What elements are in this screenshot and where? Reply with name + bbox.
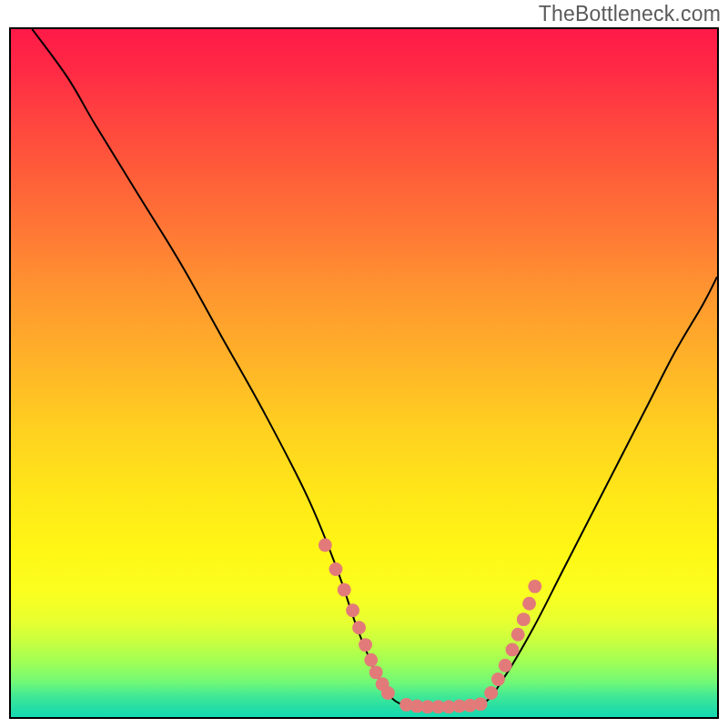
line-layer — [32, 29, 717, 707]
data-point — [517, 612, 531, 626]
chart-container: TheBottleneck.com — [0, 0, 728, 728]
data-point — [491, 672, 505, 686]
data-point — [511, 628, 525, 642]
data-point — [329, 562, 342, 576]
plot-area — [9, 27, 719, 719]
data-point — [346, 603, 359, 617]
data-point — [528, 580, 541, 593]
data-point — [318, 539, 332, 552]
data-point — [484, 686, 498, 700]
data-point — [505, 642, 519, 656]
data-point — [381, 686, 395, 700]
watermark-text: TheBottleneck.com — [539, 2, 721, 26]
data-point — [364, 653, 378, 667]
data-point — [338, 583, 351, 597]
bottleneck-curve — [32, 29, 717, 707]
marker-layer — [318, 539, 541, 714]
data-point — [359, 638, 372, 652]
chart-svg — [11, 29, 717, 717]
data-point — [369, 665, 383, 679]
data-point — [474, 697, 488, 711]
data-point — [352, 621, 366, 634]
data-point — [522, 597, 536, 611]
data-point — [499, 659, 512, 672]
